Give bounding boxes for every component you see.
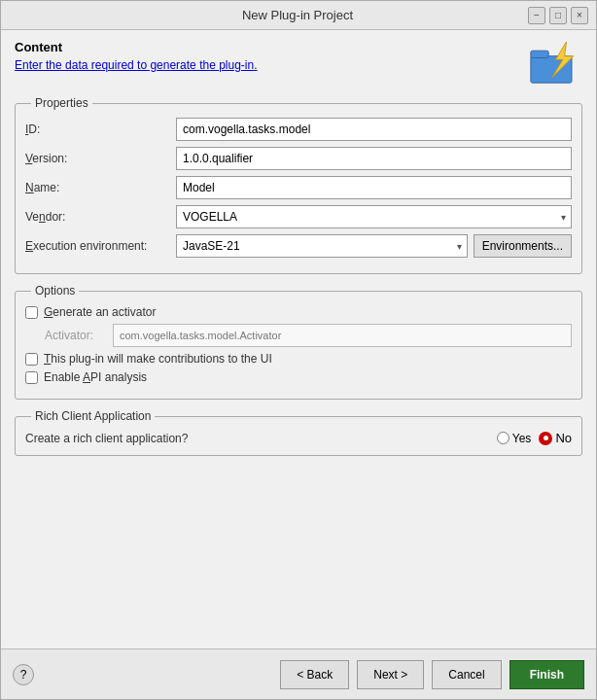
no-radio-inner	[544, 436, 548, 440]
close-button[interactable]: ×	[571, 7, 588, 24]
plug-in-link[interactable]: plug-in	[219, 58, 254, 72]
vendor-select-wrapper: VOGELLA ▾	[176, 205, 572, 228]
window-controls: − □ ×	[528, 7, 588, 24]
bottom-left: ?	[13, 664, 34, 685]
rca-row: Create a rich client application? Yes No	[25, 431, 572, 445]
id-label: ID:	[25, 122, 176, 136]
properties-fieldset: Properties ID: Version: Name: Vendor: VO…	[15, 96, 582, 274]
plugin-icon	[529, 40, 582, 87]
yes-label: Yes	[512, 432, 532, 445]
rca-fieldset: Rich Client Application Create a rich cl…	[15, 409, 582, 456]
options-legend: Options	[31, 284, 79, 298]
generate-activator-row: Generate an activator	[25, 305, 572, 319]
bottom-bar: ? < Back Next > Cancel Finish	[1, 648, 596, 699]
generate-activator-label: Generate an activator	[44, 305, 156, 319]
version-input[interactable]	[176, 147, 572, 170]
bottom-right: < Back Next > Cancel Finish	[280, 660, 584, 689]
cancel-button[interactable]: Cancel	[432, 660, 501, 689]
rca-legend: Rich Client Application	[31, 409, 155, 423]
header-text: Content Enter the data required to gener…	[15, 40, 258, 72]
spacer	[15, 466, 582, 639]
yes-radio[interactable]	[497, 432, 509, 444]
restore-button[interactable]: □	[549, 7, 567, 24]
activator-label: Activator:	[45, 329, 113, 342]
window-title: New Plug-in Project	[67, 8, 528, 22]
name-input[interactable]	[176, 176, 572, 199]
id-row: ID:	[25, 118, 572, 141]
svg-rect-1	[531, 51, 548, 57]
vendor-label: Vendor:	[25, 210, 176, 224]
ui-contributions-checkbox[interactable]	[25, 353, 38, 366]
exec-env-label: Execution environment:	[25, 239, 176, 253]
dialog-window: New Plug-in Project − □ × Content Enter …	[0, 0, 597, 700]
activator-row: Activator:	[25, 324, 572, 347]
ui-contributions-label: This plug-in will make contributions to …	[44, 352, 272, 366]
generate-activator-checkbox[interactable]	[25, 306, 38, 319]
api-analysis-label: Enable API analysis	[44, 370, 147, 384]
header-section: Content Enter the data required to gener…	[15, 40, 582, 87]
version-row: Version:	[25, 147, 572, 170]
no-option: No	[539, 431, 572, 445]
api-analysis-row: Enable API analysis	[25, 370, 572, 384]
no-radio-indicator	[539, 432, 552, 445]
back-button[interactable]: < Back	[280, 660, 349, 689]
minimize-button[interactable]: −	[528, 7, 545, 24]
api-analysis-checkbox[interactable]	[25, 371, 38, 384]
exec-env-select[interactable]: JavaSE-21	[176, 234, 468, 258]
environments-button[interactable]: Environments...	[474, 234, 572, 258]
activator-input[interactable]	[113, 324, 572, 347]
finish-button[interactable]: Finish	[509, 660, 584, 689]
options-fieldset: Options Generate an activator Activator:…	[15, 284, 582, 400]
ui-contributions-row: This plug-in will make contributions to …	[25, 352, 572, 366]
vendor-select[interactable]: VOGELLA	[176, 205, 572, 228]
title-bar: New Plug-in Project − □ ×	[1, 1, 596, 30]
id-input[interactable]	[176, 118, 572, 141]
rca-radio-group: Yes No	[497, 431, 572, 445]
next-button[interactable]: Next >	[357, 660, 424, 689]
rca-question: Create a rich client application?	[25, 432, 188, 445]
section-title: Content	[15, 40, 258, 54]
exec-env-select-wrapper: JavaSE-21 ▾	[176, 234, 468, 258]
help-button[interactable]: ?	[13, 664, 34, 685]
properties-legend: Properties	[31, 96, 92, 110]
content-area: Content Enter the data required to gener…	[1, 30, 596, 648]
exec-env-row: Execution environment: JavaSE-21 ▾ Envir…	[25, 234, 572, 258]
description: Enter the data required to generate the …	[15, 58, 258, 72]
name-row: Name:	[25, 176, 572, 199]
version-label: Version:	[25, 152, 176, 165]
yes-option: Yes	[497, 432, 532, 445]
no-label: No	[555, 431, 572, 445]
vendor-row: Vendor: VOGELLA ▾	[25, 205, 572, 228]
name-label: Name:	[25, 181, 176, 194]
